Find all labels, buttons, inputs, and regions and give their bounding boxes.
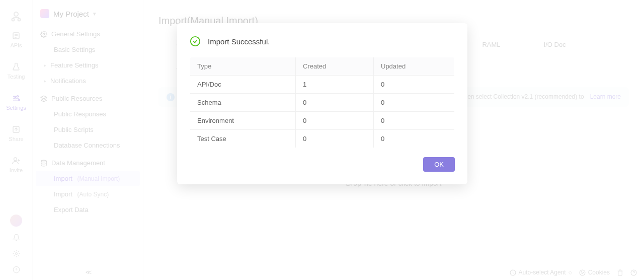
success-check-icon <box>190 36 201 47</box>
ok-button[interactable]: OK <box>423 157 455 172</box>
import-result-table: Type Created Updated API/Doc 1 0 Schema … <box>190 57 455 148</box>
table-row: Test Case 0 0 <box>190 130 455 148</box>
col-updated: Updated <box>374 57 455 76</box>
col-type: Type <box>190 57 296 76</box>
col-created: Created <box>296 57 374 76</box>
table-row: Schema 0 0 <box>190 94 455 112</box>
table-row: Environment 0 0 <box>190 112 455 130</box>
import-result-modal: Import Successful. Type Created Updated … <box>177 23 467 184</box>
table-row: API/Doc 1 0 <box>190 76 455 94</box>
modal-title: Import Successful. <box>208 37 270 46</box>
svg-point-19 <box>191 37 200 46</box>
